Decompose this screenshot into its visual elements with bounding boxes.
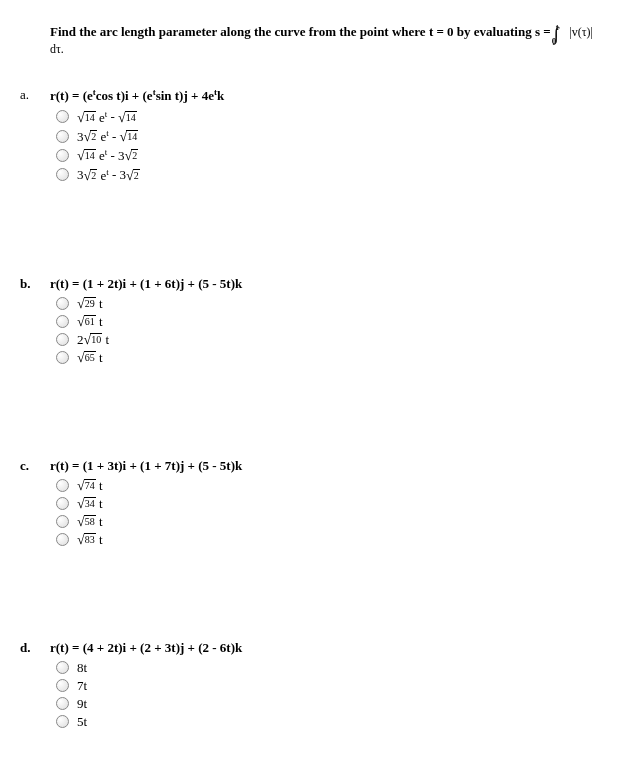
option-text: √61 t xyxy=(77,314,103,330)
question-stem: r(t) = (1 + 3t)i + (1 + 7t)j + (5 - 5t)k xyxy=(50,458,242,474)
radio-button[interactable] xyxy=(56,168,69,181)
question-label: d. xyxy=(20,640,40,656)
question-body: r(t) = (1 + 2t)i + (1 + 6t)j + (5 - 5t)k… xyxy=(50,276,242,368)
question-c: c.r(t) = (1 + 3t)i + (1 + 7t)j + (5 - 5t… xyxy=(20,458,607,550)
option[interactable]: 3√2 et - 3√2 xyxy=(56,166,224,183)
radio-button[interactable] xyxy=(56,715,69,728)
question-stem: r(t) = (etcos t)i + (etsin t)j + 4etk xyxy=(50,87,224,104)
option[interactable]: 8t xyxy=(56,660,242,676)
radio-button[interactable] xyxy=(56,333,69,346)
option-text: 3√2 et - √14 xyxy=(77,128,138,145)
option[interactable]: √14 et - 3√2 xyxy=(56,147,224,164)
prompt: Find the arc length parameter along the … xyxy=(50,20,607,57)
radio-button[interactable] xyxy=(56,479,69,492)
option[interactable]: 9t xyxy=(56,696,242,712)
question-stem: r(t) = (1 + 2t)i + (1 + 6t)j + (5 - 5t)k xyxy=(50,276,242,292)
integral-upper: t xyxy=(556,22,559,32)
prompt-text-before: Find the arc length parameter along the … xyxy=(50,24,554,39)
radio-button[interactable] xyxy=(56,661,69,674)
radio-button[interactable] xyxy=(56,497,69,510)
radio-button[interactable] xyxy=(56,315,69,328)
option-text: √65 t xyxy=(77,350,103,366)
option[interactable]: 3√2 et - √14 xyxy=(56,128,224,145)
radio-button[interactable] xyxy=(56,149,69,162)
option[interactable]: √29 t xyxy=(56,296,242,312)
question-body: r(t) = (4 + 2t)i + (2 + 3t)j + (2 - 6t)k… xyxy=(50,640,242,732)
option-text: 3√2 et - 3√2 xyxy=(77,166,140,183)
option[interactable]: √58 t xyxy=(56,514,242,530)
option-text: 2√10 t xyxy=(77,332,109,348)
option[interactable]: √34 t xyxy=(56,496,242,512)
option[interactable]: 5t xyxy=(56,714,242,730)
radio-button[interactable] xyxy=(56,351,69,364)
question-body: r(t) = (etcos t)i + (etsin t)j + 4etk√14… xyxy=(50,87,224,186)
option[interactable]: √83 t xyxy=(56,532,242,548)
question-label: c. xyxy=(20,458,40,474)
integral-lower: 0 xyxy=(552,36,557,46)
option-text: √14 et - 3√2 xyxy=(77,147,138,164)
radio-button[interactable] xyxy=(56,697,69,710)
option-text: √29 t xyxy=(77,296,103,312)
option[interactable]: √14 et - √14 xyxy=(56,108,224,125)
question-label: b. xyxy=(20,276,40,292)
question-stem: r(t) = (4 + 2t)i + (2 + 3t)j + (2 - 6t)k xyxy=(50,640,242,656)
question-b: b.r(t) = (1 + 2t)i + (1 + 6t)j + (5 - 5t… xyxy=(20,276,607,368)
option[interactable]: 7t xyxy=(56,678,242,694)
option-text: 9t xyxy=(77,696,87,712)
question-label: a. xyxy=(20,87,40,103)
option-text: √74 t xyxy=(77,478,103,494)
radio-button[interactable] xyxy=(56,679,69,692)
radio-button[interactable] xyxy=(56,297,69,310)
radio-button[interactable] xyxy=(56,533,69,546)
option[interactable]: √74 t xyxy=(56,478,242,494)
question-a: a.r(t) = (etcos t)i + (etsin t)j + 4etk√… xyxy=(20,87,607,186)
option[interactable]: √65 t xyxy=(56,350,242,366)
option-text: 7t xyxy=(77,678,87,694)
question-body: r(t) = (1 + 3t)i + (1 + 7t)j + (5 - 5t)k… xyxy=(50,458,242,550)
option[interactable]: √61 t xyxy=(56,314,242,330)
option-text: √14 et - √14 xyxy=(77,108,137,125)
radio-button[interactable] xyxy=(56,130,69,143)
option-text: √58 t xyxy=(77,514,103,530)
option-text: √34 t xyxy=(77,496,103,512)
radio-button[interactable] xyxy=(56,110,69,123)
option-text: 5t xyxy=(77,714,87,730)
option[interactable]: 2√10 t xyxy=(56,332,242,348)
option-text: 8t xyxy=(77,660,87,676)
option-text: √83 t xyxy=(77,532,103,548)
question-d: d.r(t) = (4 + 2t)i + (2 + 3t)j + (2 - 6t… xyxy=(20,640,607,732)
radio-button[interactable] xyxy=(56,515,69,528)
